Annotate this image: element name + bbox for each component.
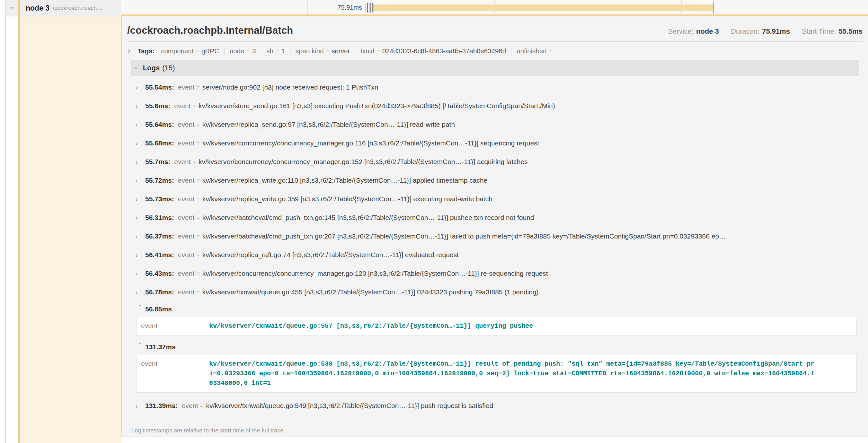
chevron-down-icon: › [137,304,144,314]
tag-item: node=3 [230,47,256,55]
ruler-gridline [307,0,308,16]
log-entry[interactable]: › 56.37ms: event = kv/kvserver/batcheval… [131,227,859,246]
divider [290,46,290,56]
chevron-right-icon: › [135,403,145,409]
log-fields-table: event kv/kvserver/txnwait/queue.go:557 [… [136,317,857,336]
span-bar [372,4,713,10]
chevron-down-icon: › [8,6,16,9]
chevron-right-icon: › [135,289,145,295]
service-value: node 3 [696,27,719,36]
left-gutter [0,0,6,443]
span-accent-bar [18,0,20,443]
log-entry[interactable]: › 56.43ms: event = kv/kvserver/concurren… [131,264,859,283]
span-timeline-ruler: 75.91ms [121,0,868,16]
log-entry[interactable]: › 55.68ms: event = kv/kvserver/concurren… [131,134,859,152]
log-field-value: kv/kvserver/txnwait/queue.go:557 [n3,s3,… [209,321,852,331]
chevron-right-icon: › [135,214,145,221]
selected-span-row-highlight[interactable] [20,16,121,443]
span-detail-title: /cockroach.roachpb.Internal/Batch [127,25,293,36]
log-tick-marks [374,3,374,12]
log-tick-marks [367,3,368,12]
log-field-key: event [141,321,209,331]
log-entry[interactable]: › 55.64ms: event = kv/kvserver/replica_s… [131,115,859,134]
chevron-right-icon: › [135,103,145,109]
tag-item: unfinished= [517,47,555,55]
log-tick-marks [372,3,373,12]
tag-item: span.kind=server [296,47,350,55]
tag-item: sb=1 [266,47,285,55]
collapse-span-button[interactable]: › [6,4,19,12]
tags-accordion-header[interactable]: › Tags: component=gRPC node=3 sb=1 span.… [127,42,863,59]
log-field-key: event [141,359,209,388]
chevron-right-icon: › [135,140,145,146]
chevron-right-icon: › [135,84,145,91]
logs-count: (15) [162,64,175,72]
logs-accordion-header[interactable]: › Logs (15) [131,60,859,76]
span-end-marker [713,2,713,13]
log-fields-table: event kv/kvserver/txnwait/queue.go:538 [… [136,355,857,393]
log-entry[interactable]: › 55.54ms: event = server/node.go:902 [n… [131,78,859,97]
chevron-right-icon: › [135,196,145,202]
chevron-right-icon: › [135,252,145,258]
divider [224,46,224,56]
start-time-label: Start Time: [802,27,836,36]
span-overview: Service: node 3 Duration: 75.91ms Start … [668,27,863,36]
log-field-value: kv/kvserver/txnwait/queue.go:538 [n3,s3,… [209,359,852,388]
chevron-right-icon: › [135,159,145,165]
log-entry[interactable]: › 55.6ms: event = kv/kvserver/store_send… [131,97,859,115]
duration-value: 75.91ms [762,27,790,36]
log-entry-expanded-header[interactable]: › 56.85ms [131,301,859,317]
divider [796,27,796,36]
log-entry[interactable]: › 56.41ms: event = kv/kvserver/replica_r… [131,246,859,264]
duration-label: Duration: [731,27,760,36]
start-time-value: 55.5ms [838,27,863,36]
service-label: Service: [668,27,693,36]
tag-item: component=gRPC [161,47,219,55]
span-detail-panel: /cockroach.roachpb.Internal/Batch Servic… [121,14,868,437]
divider [261,46,261,56]
log-list: › 55.54ms: event = server/node.go:902 [n… [131,76,859,415]
chevron-right-icon: › [135,270,145,277]
chevron-right-icon: › [135,177,145,183]
chevron-down-icon: › [137,342,144,352]
tag-item: txnid=024d3323-6c8f-4863-aa8b-37ab0e6349… [361,47,506,55]
log-tick-marks [366,3,366,12]
span-service-name: node 3 [26,4,50,12]
logs-footer-note: Log timestamps are relative to the start… [131,427,285,434]
log-entry[interactable]: › 56.78ms: event = kv/kvserver/txnwait/q… [131,283,859,301]
span-tree-row-header[interactable]: › node 3 /cockroach.roach… [6,0,121,16]
logs-title: Logs [143,64,160,72]
tags-label: Tags: [137,47,155,55]
log-entry[interactable]: › 55.72ms: event = kv/kvserver/replica_w… [131,171,859,190]
log-entry[interactable]: › 55.73ms: event = kv/kvserver/replica_w… [131,190,859,208]
chevron-right-icon: › [128,47,130,55]
chevron-down-icon: › [133,67,140,69]
log-entry[interactable]: › 56.31ms: event = kv/kvserver/batcheval… [131,208,859,227]
log-entry[interactable]: › 55.7ms: event = kv/kvserver/concurrenc… [131,152,859,171]
chevron-right-icon: › [135,121,145,128]
log-tick-marks [369,3,369,12]
log-entry[interactable]: › 131.39ms: event = kv/kvserver/txnwait/… [131,397,859,415]
divider [725,27,725,36]
span-operation-name: /cockroach.roach… [53,5,102,11]
chevron-right-icon: › [135,233,145,239]
log-tick-marks [370,3,371,12]
divider [511,46,512,56]
span-duration-label: 75.91ms [337,0,362,15]
divider [355,46,355,56]
logs-section: › Logs (15) › 55.54ms: event = server/no… [131,60,859,415]
log-entry-expanded-header[interactable]: › 131.37ms [131,339,859,355]
